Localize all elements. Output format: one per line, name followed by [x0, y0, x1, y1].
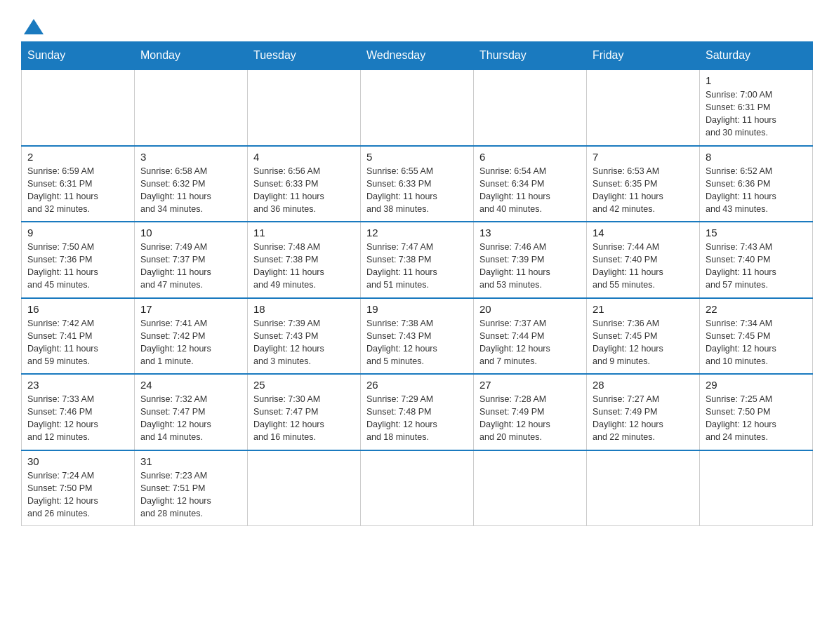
page-header [21, 14, 813, 34]
calendar-cell: 3Sunrise: 6:58 AMSunset: 6:32 PMDaylight… [135, 146, 248, 222]
day-number: 17 [140, 303, 241, 315]
day-number: 21 [593, 303, 694, 315]
weekday-header-thursday: Thursday [474, 42, 587, 70]
calendar-header-row: SundayMondayTuesdayWednesdayThursdayFrid… [22, 42, 813, 70]
calendar-cell [474, 450, 587, 526]
day-number: 30 [27, 455, 128, 467]
day-number: 22 [706, 303, 807, 315]
day-number: 15 [706, 227, 807, 239]
calendar-cell: 5Sunrise: 6:55 AMSunset: 6:33 PMDaylight… [361, 146, 474, 222]
day-number: 19 [366, 303, 468, 315]
calendar-week-row: 16Sunrise: 7:42 AMSunset: 7:41 PMDayligh… [22, 298, 813, 375]
day-number: 11 [253, 227, 355, 239]
weekday-header-tuesday: Tuesday [248, 42, 361, 70]
calendar-cell: 26Sunrise: 7:29 AMSunset: 7:48 PMDayligh… [361, 374, 474, 450]
day-info: Sunrise: 6:52 AMSunset: 6:36 PMDaylight:… [706, 165, 807, 216]
day-info: Sunrise: 7:29 AMSunset: 7:48 PMDaylight:… [366, 393, 468, 444]
day-number: 9 [27, 227, 128, 239]
day-info: Sunrise: 6:53 AMSunset: 6:35 PMDaylight:… [593, 165, 694, 216]
day-info: Sunrise: 7:49 AMSunset: 7:37 PMDaylight:… [140, 241, 241, 292]
calendar-cell: 30Sunrise: 7:24 AMSunset: 7:50 PMDayligh… [22, 450, 135, 526]
day-number: 16 [27, 303, 128, 315]
day-number: 2 [27, 151, 128, 163]
day-info: Sunrise: 6:55 AMSunset: 6:33 PMDaylight:… [366, 165, 468, 216]
day-info: Sunrise: 7:50 AMSunset: 7:36 PMDaylight:… [27, 241, 128, 292]
day-number: 25 [253, 379, 355, 391]
day-number: 4 [253, 151, 355, 163]
day-info: Sunrise: 6:58 AMSunset: 6:32 PMDaylight:… [140, 165, 241, 216]
day-info: Sunrise: 7:43 AMSunset: 7:40 PMDaylight:… [706, 241, 807, 292]
day-number: 23 [27, 379, 128, 391]
calendar-cell: 8Sunrise: 6:52 AMSunset: 6:36 PMDaylight… [700, 146, 813, 222]
calendar-week-row: 2Sunrise: 6:59 AMSunset: 6:31 PMDaylight… [22, 146, 813, 222]
calendar-cell: 31Sunrise: 7:23 AMSunset: 7:51 PMDayligh… [135, 450, 248, 526]
day-number: 3 [140, 151, 241, 163]
day-number: 26 [366, 379, 468, 391]
day-info: Sunrise: 7:28 AMSunset: 7:49 PMDaylight:… [479, 393, 581, 444]
calendar-cell: 20Sunrise: 7:37 AMSunset: 7:44 PMDayligh… [474, 298, 587, 375]
weekday-header-friday: Friday [587, 42, 700, 70]
calendar-cell [361, 450, 474, 526]
day-number: 18 [253, 303, 355, 315]
day-number: 29 [706, 379, 807, 391]
calendar-cell: 24Sunrise: 7:32 AMSunset: 7:47 PMDayligh… [135, 374, 248, 450]
calendar-cell: 10Sunrise: 7:49 AMSunset: 7:37 PMDayligh… [135, 222, 248, 298]
calendar-cell: 29Sunrise: 7:25 AMSunset: 7:50 PMDayligh… [700, 374, 813, 450]
calendar-cell: 21Sunrise: 7:36 AMSunset: 7:45 PMDayligh… [587, 298, 700, 375]
day-info: Sunrise: 7:48 AMSunset: 7:38 PMDaylight:… [253, 241, 355, 292]
day-info: Sunrise: 7:30 AMSunset: 7:47 PMDaylight:… [253, 393, 355, 444]
calendar-cell: 27Sunrise: 7:28 AMSunset: 7:49 PMDayligh… [474, 374, 587, 450]
calendar-week-row: 30Sunrise: 7:24 AMSunset: 7:50 PMDayligh… [22, 450, 813, 526]
day-number: 27 [479, 379, 581, 391]
day-info: Sunrise: 7:34 AMSunset: 7:45 PMDaylight:… [706, 317, 807, 368]
day-number: 13 [479, 227, 581, 239]
calendar-table: SundayMondayTuesdayWednesdayThursdayFrid… [21, 41, 813, 526]
calendar-cell: 4Sunrise: 6:56 AMSunset: 6:33 PMDaylight… [248, 146, 361, 222]
day-number: 24 [140, 379, 241, 391]
day-info: Sunrise: 7:44 AMSunset: 7:40 PMDaylight:… [593, 241, 694, 292]
weekday-header-sunday: Sunday [22, 42, 135, 70]
calendar-cell [700, 450, 813, 526]
calendar-cell: 14Sunrise: 7:44 AMSunset: 7:40 PMDayligh… [587, 222, 700, 298]
calendar-cell: 7Sunrise: 6:53 AMSunset: 6:35 PMDaylight… [587, 146, 700, 222]
calendar-cell [22, 69, 135, 146]
calendar-cell: 13Sunrise: 7:46 AMSunset: 7:39 PMDayligh… [474, 222, 587, 298]
weekday-header-wednesday: Wednesday [361, 42, 474, 70]
calendar-cell [587, 450, 700, 526]
calendar-cell: 6Sunrise: 6:54 AMSunset: 6:34 PMDaylight… [474, 146, 587, 222]
logo [21, 14, 44, 34]
calendar-cell: 9Sunrise: 7:50 AMSunset: 7:36 PMDaylight… [22, 222, 135, 298]
day-info: Sunrise: 7:39 AMSunset: 7:43 PMDaylight:… [253, 317, 355, 368]
calendar-cell: 17Sunrise: 7:41 AMSunset: 7:42 PMDayligh… [135, 298, 248, 375]
day-info: Sunrise: 7:38 AMSunset: 7:43 PMDaylight:… [366, 317, 468, 368]
day-info: Sunrise: 6:54 AMSunset: 6:34 PMDaylight:… [479, 165, 581, 216]
day-number: 1 [706, 74, 807, 86]
day-number: 12 [366, 227, 468, 239]
calendar-cell: 2Sunrise: 6:59 AMSunset: 6:31 PMDaylight… [22, 146, 135, 222]
calendar-cell: 15Sunrise: 7:43 AMSunset: 7:40 PMDayligh… [700, 222, 813, 298]
calendar-cell: 12Sunrise: 7:47 AMSunset: 7:38 PMDayligh… [361, 222, 474, 298]
calendar-cell: 28Sunrise: 7:27 AMSunset: 7:49 PMDayligh… [587, 374, 700, 450]
day-number: 20 [479, 303, 581, 315]
day-info: Sunrise: 7:00 AMSunset: 6:31 PMDaylight:… [706, 88, 807, 140]
calendar-cell: 25Sunrise: 7:30 AMSunset: 7:47 PMDayligh… [248, 374, 361, 450]
calendar-cell: 1Sunrise: 7:00 AMSunset: 6:31 PMDaylight… [700, 69, 813, 146]
calendar-cell: 19Sunrise: 7:38 AMSunset: 7:43 PMDayligh… [361, 298, 474, 375]
day-info: Sunrise: 7:36 AMSunset: 7:45 PMDaylight:… [593, 317, 694, 368]
calendar-cell: 22Sunrise: 7:34 AMSunset: 7:45 PMDayligh… [700, 298, 813, 375]
day-info: Sunrise: 7:47 AMSunset: 7:38 PMDaylight:… [366, 241, 468, 292]
day-number: 14 [593, 227, 694, 239]
day-number: 31 [140, 455, 241, 467]
day-info: Sunrise: 7:25 AMSunset: 7:50 PMDaylight:… [706, 393, 807, 444]
calendar-cell [248, 69, 361, 146]
day-info: Sunrise: 7:23 AMSunset: 7:51 PMDaylight:… [140, 469, 241, 521]
weekday-header-monday: Monday [135, 42, 248, 70]
day-info: Sunrise: 7:27 AMSunset: 7:49 PMDaylight:… [593, 393, 694, 444]
calendar-cell: 18Sunrise: 7:39 AMSunset: 7:43 PMDayligh… [248, 298, 361, 375]
weekday-header-saturday: Saturday [700, 42, 813, 70]
day-number: 5 [366, 151, 468, 163]
day-number: 7 [593, 151, 694, 163]
day-info: Sunrise: 7:41 AMSunset: 7:42 PMDaylight:… [140, 317, 241, 368]
calendar-week-row: 9Sunrise: 7:50 AMSunset: 7:36 PMDaylight… [22, 222, 813, 298]
calendar-cell: 23Sunrise: 7:33 AMSunset: 7:46 PMDayligh… [22, 374, 135, 450]
